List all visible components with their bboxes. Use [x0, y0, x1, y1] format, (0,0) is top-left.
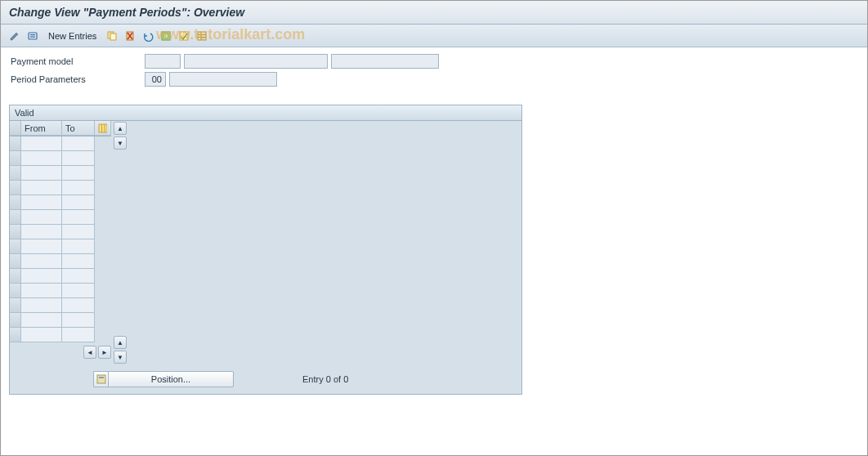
cell-to[interactable]	[62, 239, 95, 254]
period-parameters-label: Period Parameters	[11, 74, 141, 84]
table-row	[10, 195, 111, 210]
table-row	[10, 225, 111, 239]
scroll-left-button[interactable]: ◄	[83, 346, 96, 359]
period-parameters-code-field[interactable]	[145, 72, 166, 87]
cell-to[interactable]	[62, 225, 95, 239]
table-row	[10, 328, 111, 342]
row-selector[interactable]	[10, 195, 21, 210]
row-selector[interactable]	[10, 166, 21, 181]
scroll-down-button[interactable]: ▼	[114, 136, 127, 150]
deselect-all-icon[interactable]	[177, 29, 191, 43]
table-row	[10, 181, 111, 195]
svg-rect-4	[110, 34, 116, 40]
row-selector-header[interactable]	[10, 121, 21, 136]
row-selector[interactable]	[10, 225, 21, 239]
period-parameters-desc-field[interactable]	[169, 72, 277, 87]
cell-to[interactable]	[62, 328, 95, 342]
new-entries-button[interactable]: New Entries	[43, 29, 101, 42]
panel-title: Valid	[10, 105, 521, 121]
row-selector[interactable]	[10, 151, 21, 166]
cell-from[interactable]	[21, 225, 62, 239]
cell-to[interactable]	[62, 210, 95, 225]
cell-to[interactable]	[62, 313, 95, 328]
scroll-up-button[interactable]: ▲	[114, 122, 127, 135]
table-row	[10, 313, 111, 328]
svg-rect-15	[99, 124, 107, 132]
cell-from[interactable]	[21, 181, 62, 195]
payment-model-desc1-field[interactable]	[184, 54, 328, 69]
row-selector[interactable]	[10, 284, 21, 298]
cell-from[interactable]	[21, 298, 62, 313]
svg-rect-19	[99, 377, 104, 378]
position-icon[interactable]	[93, 371, 108, 387]
cell-from[interactable]	[21, 239, 62, 254]
other-view-icon[interactable]	[25, 29, 40, 43]
payment-model-code-field[interactable]	[145, 54, 181, 69]
column-header-from[interactable]: From	[21, 121, 62, 136]
toolbar: New Entries www.tutorialkart.com	[1, 25, 867, 47]
cell-from[interactable]	[21, 254, 62, 269]
row-selector[interactable]	[10, 298, 21, 313]
cell-from[interactable]	[21, 284, 62, 298]
table-row	[10, 284, 111, 298]
scroll-right-button[interactable]: ►	[98, 346, 111, 359]
svg-rect-11	[198, 32, 206, 40]
svg-rect-8	[162, 32, 170, 40]
cell-from[interactable]	[21, 195, 62, 210]
table-row	[10, 269, 111, 284]
svg-rect-1	[30, 34, 35, 35]
entry-count-text: Entry 0 of 0	[302, 374, 348, 384]
select-all-icon[interactable]	[159, 29, 173, 43]
table-row	[10, 210, 111, 225]
cell-to[interactable]	[62, 166, 95, 181]
cell-to[interactable]	[62, 136, 95, 151]
cell-to[interactable]	[62, 298, 95, 313]
cell-to[interactable]	[62, 181, 95, 195]
row-selector[interactable]	[10, 269, 21, 284]
undo-icon[interactable]	[141, 29, 155, 43]
cell-to[interactable]	[62, 151, 95, 166]
position-button[interactable]: Position...	[108, 371, 234, 387]
configure-columns-icon[interactable]	[95, 121, 111, 136]
scroll-up-page-button[interactable]: ▲	[114, 336, 127, 349]
cell-from[interactable]	[21, 210, 62, 225]
svg-rect-0	[29, 33, 37, 39]
cell-from[interactable]	[21, 328, 62, 342]
column-header-to[interactable]: To	[62, 121, 95, 136]
row-selector[interactable]	[10, 136, 21, 151]
table-settings-icon[interactable]	[195, 29, 209, 43]
cell-to[interactable]	[62, 269, 95, 284]
table-row	[10, 298, 111, 313]
copy-icon[interactable]	[105, 29, 119, 43]
cell-to[interactable]	[62, 254, 95, 269]
row-selector[interactable]	[10, 239, 21, 254]
grid: From To ◄ ►	[10, 121, 111, 364]
row-selector[interactable]	[10, 313, 21, 328]
table-row	[10, 254, 111, 269]
cell-from[interactable]	[21, 151, 62, 166]
svg-rect-18	[97, 375, 105, 383]
cell-to[interactable]	[62, 284, 95, 298]
payment-model-desc2-field[interactable]	[331, 54, 439, 69]
table-row	[10, 136, 111, 151]
cell-to[interactable]	[62, 195, 95, 210]
payment-model-label: Payment model	[11, 56, 141, 66]
cell-from[interactable]	[21, 313, 62, 328]
cell-from[interactable]	[21, 136, 62, 151]
cell-from[interactable]	[21, 269, 62, 284]
table-row	[10, 239, 111, 254]
form-area: Payment model Period Parameters	[1, 47, 867, 93]
row-selector[interactable]	[10, 210, 21, 225]
toggle-display-change-icon[interactable]	[7, 29, 22, 43]
cell-from[interactable]	[21, 166, 62, 181]
row-selector[interactable]	[10, 254, 21, 269]
delete-icon[interactable]	[123, 29, 137, 43]
svg-rect-2	[30, 36, 35, 37]
scroll-down-page-button[interactable]: ▼	[114, 351, 127, 364]
row-selector[interactable]	[10, 181, 21, 195]
table-row	[10, 151, 111, 166]
valid-panel: Valid From To ◄ ► ▲ ▼ ▲ ▼	[9, 105, 522, 395]
vertical-scrollbar: ▲ ▼ ▲ ▼	[113, 121, 128, 364]
row-selector[interactable]	[10, 328, 21, 342]
page-title: Change View "Payment Periods": Overview	[1, 1, 867, 25]
